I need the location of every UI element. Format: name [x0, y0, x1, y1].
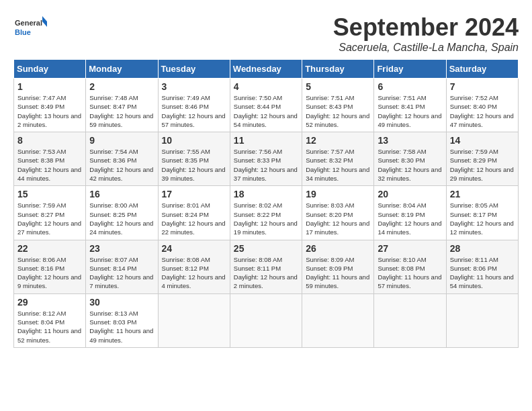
header-cell-sunday: Sunday: [14, 60, 86, 79]
day-cell: 7Sunrise: 7:52 AMSunset: 8:40 PMDaylight…: [446, 79, 518, 132]
header-cell-monday: Monday: [86, 60, 158, 79]
day-number: 2: [89, 81, 154, 92]
day-number: 21: [450, 189, 515, 199]
day-cell: 21Sunrise: 8:05 AMSunset: 8:17 PMDayligh…: [446, 186, 518, 240]
day-number: 9: [89, 135, 154, 146]
calendar-table: SundayMondayTuesdayWednesdayThursdayFrid…: [13, 59, 519, 348]
day-number: 12: [306, 135, 370, 146]
day-cell: 9Sunrise: 7:54 AMSunset: 8:36 PMDaylight…: [86, 132, 158, 186]
day-info: Sunrise: 8:05 AMSunset: 8:17 PMDaylight:…: [450, 201, 515, 236]
day-cell: 10Sunrise: 7:55 AMSunset: 8:35 PMDayligh…: [158, 132, 230, 186]
day-cell: [230, 293, 302, 347]
day-number: 1: [17, 81, 82, 92]
day-cell: 27Sunrise: 8:10 AMSunset: 8:08 PMDayligh…: [374, 240, 446, 293]
header-cell-tuesday: Tuesday: [158, 60, 230, 79]
header-cell-wednesday: Wednesday: [230, 60, 302, 79]
day-info: Sunrise: 7:54 AMSunset: 8:36 PMDaylight:…: [89, 147, 154, 183]
day-info: Sunrise: 7:57 AMSunset: 8:32 PMDaylight:…: [306, 147, 370, 183]
day-number: 6: [378, 81, 442, 92]
day-info: Sunrise: 8:12 AMSunset: 8:04 PMDaylight:…: [17, 309, 82, 345]
day-number: 8: [17, 135, 82, 146]
day-info: Sunrise: 8:07 AMSunset: 8:14 PMDaylight:…: [89, 255, 154, 291]
day-number: 16: [89, 189, 154, 199]
day-cell: 23Sunrise: 8:07 AMSunset: 8:14 PMDayligh…: [86, 240, 158, 293]
day-cell: [374, 293, 446, 347]
day-info: Sunrise: 8:13 AMSunset: 8:03 PMDaylight:…: [89, 309, 154, 345]
day-cell: 11Sunrise: 7:56 AMSunset: 8:33 PMDayligh…: [230, 132, 302, 186]
day-cell: 6Sunrise: 7:51 AMSunset: 8:41 PMDaylight…: [374, 79, 446, 132]
day-number: 7: [450, 81, 515, 92]
day-number: 10: [162, 135, 226, 146]
day-number: 5: [306, 81, 370, 92]
day-number: 30: [89, 297, 154, 308]
day-cell: 2Sunrise: 7:48 AMSunset: 8:47 PMDaylight…: [86, 79, 158, 132]
header-cell-friday: Friday: [374, 60, 446, 79]
day-info: Sunrise: 8:09 AMSunset: 8:09 PMDaylight:…: [306, 255, 370, 291]
day-cell: 14Sunrise: 7:59 AMSunset: 8:29 PMDayligh…: [446, 132, 518, 186]
day-cell: 4Sunrise: 7:50 AMSunset: 8:44 PMDaylight…: [230, 79, 302, 132]
day-number: 17: [162, 189, 226, 199]
day-info: Sunrise: 7:50 AMSunset: 8:44 PMDaylight:…: [234, 93, 298, 129]
day-info: Sunrise: 8:08 AMSunset: 8:12 PMDaylight:…: [162, 255, 226, 291]
svg-text:Blue: Blue: [15, 28, 31, 36]
week-row-3: 15Sunrise: 7:59 AMSunset: 8:27 PMDayligh…: [14, 186, 519, 240]
day-number: 28: [450, 243, 515, 254]
day-info: Sunrise: 7:52 AMSunset: 8:40 PMDaylight:…: [450, 93, 515, 129]
day-cell: 26Sunrise: 8:09 AMSunset: 8:09 PMDayligh…: [302, 240, 374, 293]
day-info: Sunrise: 7:47 AMSunset: 8:49 PMDaylight:…: [17, 93, 82, 129]
day-cell: [158, 293, 230, 347]
day-number: 11: [234, 135, 298, 146]
day-info: Sunrise: 8:10 AMSunset: 8:08 PMDaylight:…: [378, 255, 442, 291]
day-cell: 3Sunrise: 7:49 AMSunset: 8:46 PMDaylight…: [158, 79, 230, 132]
day-cell: 13Sunrise: 7:58 AMSunset: 8:30 PMDayligh…: [374, 132, 446, 186]
day-cell: 24Sunrise: 8:08 AMSunset: 8:12 PMDayligh…: [158, 240, 230, 293]
svg-text:General: General: [15, 19, 42, 27]
day-cell: 17Sunrise: 8:01 AMSunset: 8:24 PMDayligh…: [158, 186, 230, 240]
day-number: 22: [17, 243, 82, 254]
day-info: Sunrise: 7:51 AMSunset: 8:43 PMDaylight:…: [306, 93, 370, 129]
day-cell: 16Sunrise: 8:00 AMSunset: 8:25 PMDayligh…: [86, 186, 158, 240]
day-number: 3: [162, 81, 226, 92]
day-cell: 25Sunrise: 8:08 AMSunset: 8:11 PMDayligh…: [230, 240, 302, 293]
day-number: 18: [234, 189, 298, 199]
day-number: 24: [162, 243, 226, 254]
day-cell: 19Sunrise: 8:03 AMSunset: 8:20 PMDayligh…: [302, 186, 374, 240]
day-info: Sunrise: 8:08 AMSunset: 8:11 PMDaylight:…: [234, 255, 298, 291]
day-cell: 8Sunrise: 7:53 AMSunset: 8:38 PMDaylight…: [14, 132, 86, 186]
header-cell-saturday: Saturday: [446, 60, 518, 79]
svg-marker-2: [42, 16, 47, 21]
day-cell: 5Sunrise: 7:51 AMSunset: 8:43 PMDaylight…: [302, 79, 374, 132]
day-cell: 20Sunrise: 8:04 AMSunset: 8:19 PMDayligh…: [374, 186, 446, 240]
day-info: Sunrise: 7:59 AMSunset: 8:27 PMDaylight:…: [17, 201, 82, 236]
day-cell: 28Sunrise: 8:11 AMSunset: 8:06 PMDayligh…: [446, 240, 518, 293]
day-info: Sunrise: 7:49 AMSunset: 8:46 PMDaylight:…: [162, 93, 226, 129]
day-number: 13: [378, 135, 442, 146]
day-info: Sunrise: 8:03 AMSunset: 8:20 PMDaylight:…: [306, 201, 370, 236]
day-info: Sunrise: 7:58 AMSunset: 8:30 PMDaylight:…: [378, 147, 442, 183]
day-cell: 29Sunrise: 8:12 AMSunset: 8:04 PMDayligh…: [14, 293, 86, 347]
day-info: Sunrise: 7:56 AMSunset: 8:33 PMDaylight:…: [234, 147, 298, 183]
day-info: Sunrise: 8:04 AMSunset: 8:19 PMDaylight:…: [378, 201, 442, 236]
day-number: 14: [450, 135, 515, 146]
day-info: Sunrise: 8:11 AMSunset: 8:06 PMDaylight:…: [450, 255, 515, 291]
week-row-4: 22Sunrise: 8:06 AMSunset: 8:16 PMDayligh…: [14, 240, 519, 293]
day-number: 25: [234, 243, 298, 254]
location-title: Saceruela, Castille-La Mancha, Spain: [333, 42, 519, 54]
day-cell: 30Sunrise: 8:13 AMSunset: 8:03 PMDayligh…: [86, 293, 158, 347]
day-info: Sunrise: 8:00 AMSunset: 8:25 PMDaylight:…: [89, 201, 154, 236]
day-number: 23: [89, 243, 154, 254]
day-number: 4: [234, 81, 298, 92]
day-number: 20: [378, 189, 442, 199]
day-info: Sunrise: 7:55 AMSunset: 8:35 PMDaylight:…: [162, 147, 226, 183]
header-cell-thursday: Thursday: [302, 60, 374, 79]
day-cell: 1Sunrise: 7:47 AMSunset: 8:49 PMDaylight…: [14, 79, 86, 132]
day-info: Sunrise: 7:53 AMSunset: 8:38 PMDaylight:…: [17, 147, 82, 183]
day-number: 15: [17, 189, 82, 199]
day-cell: 18Sunrise: 8:02 AMSunset: 8:22 PMDayligh…: [230, 186, 302, 240]
day-cell: [446, 293, 518, 347]
week-row-5: 29Sunrise: 8:12 AMSunset: 8:04 PMDayligh…: [14, 293, 519, 347]
month-title: September 2024: [333, 13, 519, 42]
day-number: 29: [17, 297, 82, 308]
logo: General Blue: [13, 13, 47, 43]
day-info: Sunrise: 7:59 AMSunset: 8:29 PMDaylight:…: [450, 147, 515, 183]
